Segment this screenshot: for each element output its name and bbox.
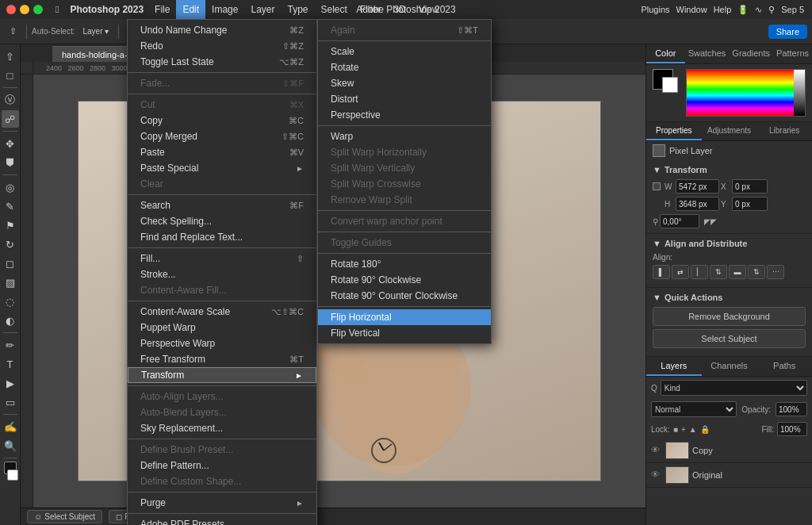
layer-kind-select[interactable]: Kind [661, 380, 807, 396]
height-input[interactable] [676, 197, 719, 211]
sub-split-warp-v[interactable]: Split Warp Vertically [318, 160, 491, 176]
sub-rotate-90cw[interactable]: Rotate 90° Clockwise [318, 272, 491, 288]
menu-auto-blend[interactable]: Auto-Blend Layers... [128, 404, 316, 420]
sub-rotate-90ccw[interactable]: Rotate 90° Counter Clockwise [318, 288, 491, 304]
align-middle-btn[interactable]: ▬ [729, 265, 746, 279]
type-menu[interactable]: Type [282, 0, 315, 19]
close-button[interactable] [6, 5, 16, 14]
y-input[interactable] [732, 197, 768, 211]
lasso-tool[interactable]: ⓥ [2, 91, 19, 109]
image-menu[interactable]: Image [205, 0, 244, 19]
layer-visibility-original[interactable]: 👁 [651, 469, 662, 481]
minimize-button[interactable] [20, 5, 29, 14]
libraries-tab[interactable]: Libraries [756, 122, 812, 140]
plugins-menu[interactable]: Plugins [641, 5, 669, 14]
healing-brush-tool[interactable]: ◎ [2, 178, 19, 196]
angle-input[interactable] [660, 214, 699, 228]
eraser-tool[interactable]: ◻ [2, 255, 19, 272]
lock-pixel-btn[interactable]: ■ [673, 425, 678, 434]
align-left-btn[interactable]: ▌ [653, 265, 670, 279]
sub-rotate-180[interactable]: Rotate 180° [318, 256, 491, 272]
align-top-btn[interactable]: ⇅ [710, 265, 727, 279]
shape-tool[interactable]: ▭ [2, 393, 19, 411]
menu-free-transform[interactable]: Free Transform⌘T [128, 351, 316, 367]
color-brightness-slider[interactable] [794, 70, 805, 116]
sub-convert-warp[interactable]: Convert warp anchor point [318, 213, 491, 229]
path-selection-tool[interactable]: ▶ [2, 374, 19, 392]
menu-stroke[interactable]: Stroke... [128, 266, 316, 282]
stamp-tool[interactable]: ⚑ [2, 217, 19, 234]
lock-artboard-btn[interactable]: ▲ [689, 425, 697, 434]
zoom-tool[interactable]: 🔍 [2, 437, 19, 454]
menu-paste-special[interactable]: Paste Special► [128, 160, 316, 176]
menu-fade[interactable]: Fade...⇧⌘F [128, 75, 316, 91]
lock-all-btn[interactable]: 🔒 [700, 425, 710, 434]
menu-copy[interactable]: Copy⌘C [128, 113, 316, 128]
eyedropper-tool[interactable]: ⛊ [2, 154, 19, 171]
menu-undo[interactable]: Undo Name Change⌘Z [128, 22, 316, 38]
menu-search[interactable]: Search⌘F [128, 197, 316, 213]
file-menu[interactable]: File [148, 0, 176, 19]
gradients-tab[interactable]: Gradients [729, 44, 773, 63]
select-menu[interactable]: Select [315, 0, 354, 19]
help-menu[interactable]: Help [714, 5, 732, 14]
paths-tab[interactable]: Paths [756, 357, 812, 376]
sub-rotate[interactable]: Rotate [318, 59, 491, 75]
background-color[interactable] [7, 469, 18, 481]
lock-position-btn[interactable]: + [681, 425, 686, 434]
chain-btn[interactable] [653, 182, 661, 190]
color-tab[interactable]: Color [646, 44, 685, 63]
layer-select-btn[interactable]: Layer ▾ [78, 22, 113, 41]
sub-skew[interactable]: Skew [318, 75, 491, 91]
menu-perspective-warp[interactable]: Perspective Warp [128, 335, 316, 351]
sub-again[interactable]: Again⇧⌘T [318, 22, 491, 38]
move-tool[interactable]: ⇧ [2, 48, 19, 65]
layer-menu[interactable]: Layer [244, 0, 281, 19]
history-brush-tool[interactable]: ↻ [2, 236, 19, 253]
quick-select-tool[interactable]: ☍ [2, 110, 19, 128]
more-align-btn[interactable]: ⋯ [767, 265, 784, 279]
menu-puppet-warp[interactable]: Puppet Warp [128, 320, 316, 335]
align-collapse-icon[interactable]: ▼ [653, 239, 661, 248]
menu-paste[interactable]: Paste⌘V [128, 144, 316, 160]
menu-copy-merged[interactable]: Copy Merged⇧⌘C [128, 128, 316, 144]
properties-tab[interactable]: Properties [646, 122, 702, 140]
background-swatch[interactable] [662, 77, 678, 93]
align-right-btn[interactable]: ▏ [691, 265, 708, 279]
menu-purge[interactable]: Purge► [128, 495, 316, 511]
select-subject-status-btn[interactable]: ☺ Select Subject [27, 510, 102, 523]
gradient-tool[interactable]: ▨ [2, 274, 19, 291]
type-tool[interactable]: T [2, 355, 19, 373]
sub-toggle-guides[interactable]: Toggle Guides [318, 235, 491, 251]
opacity-input[interactable] [776, 402, 807, 416]
select-subject-btn[interactable]: Select Subject [653, 329, 806, 348]
blend-mode-select[interactable]: Normal [651, 401, 737, 417]
apple-menu[interactable]:  [49, 0, 65, 19]
layer-visibility-copy[interactable]: 👁 [651, 445, 662, 456]
channels-tab[interactable]: Channels [702, 357, 757, 376]
sub-distort[interactable]: Distort [318, 91, 491, 107]
menu-clear[interactable]: Clear [128, 176, 316, 192]
hand-tool[interactable]: ✍ [2, 418, 19, 435]
swatches-tab[interactable]: Swatches [685, 44, 730, 63]
menu-fill[interactable]: Fill...⇧ [128, 251, 316, 266]
crop-tool[interactable]: ✥ [2, 135, 19, 152]
window-menu[interactable]: Window [676, 5, 707, 14]
sub-perspective[interactable]: Perspective [318, 107, 491, 123]
sub-split-warp-c[interactable]: Split Warp Crosswise [318, 176, 491, 192]
sub-split-warp-h[interactable]: Split Warp Horizontally [318, 144, 491, 160]
brush-tool[interactable]: ✎ [2, 197, 19, 215]
move-tool-btn[interactable]: ⇧ [5, 22, 21, 41]
menu-redo[interactable]: Redo⇧⌘Z [128, 38, 316, 54]
app-name[interactable]: Photoshop 2023 [65, 0, 148, 19]
menu-check-spelling[interactable]: Check Spelling... [128, 213, 316, 229]
blur-tool[interactable]: ◌ [2, 293, 19, 310]
menu-content-aware-fill[interactable]: Content-Aware Fill... [128, 282, 316, 298]
menu-auto-align[interactable]: Auto-Align Layers... [128, 389, 316, 404]
transform-collapse-icon[interactable]: ▼ [653, 165, 661, 174]
sub-scale[interactable]: Scale [318, 44, 491, 59]
patterns-tab[interactable]: Patterns [773, 44, 812, 63]
menu-define-custom-shape[interactable]: Define Custom Shape... [128, 473, 316, 489]
x-input[interactable] [732, 179, 768, 194]
remove-background-btn[interactable]: Remove Background [653, 307, 806, 326]
